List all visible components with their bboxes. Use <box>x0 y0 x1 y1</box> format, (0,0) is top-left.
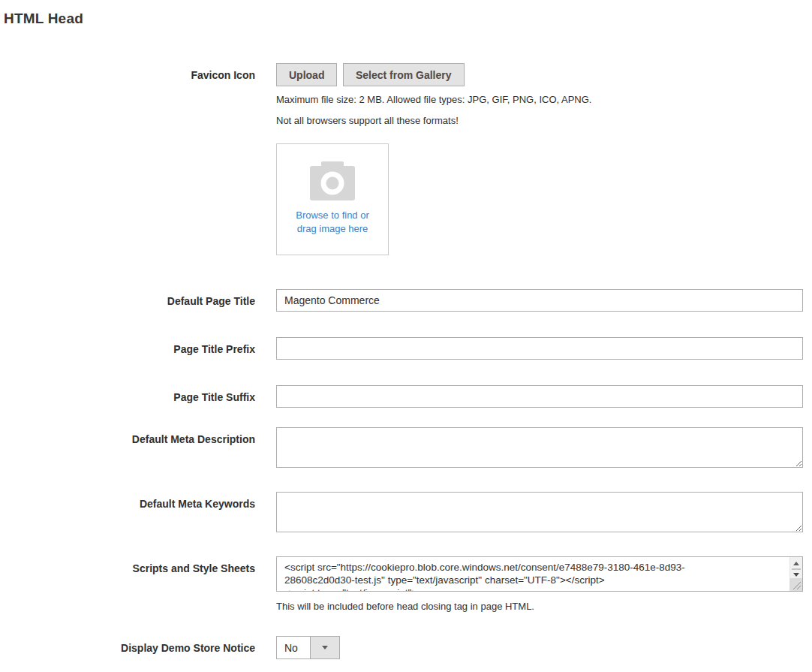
demo-store-notice-row: Display Demo Store Notice No <box>4 636 803 659</box>
html-head-form: Favicon Icon Upload Select from Gallery … <box>4 63 803 659</box>
page-title-prefix-row: Page Title Prefix <box>4 337 803 360</box>
max-file-size-note: Maximum file size: 2 MB. Allowed file ty… <box>276 94 803 105</box>
default-meta-description-row: Default Meta Description <box>4 427 803 468</box>
chevron-down-icon <box>322 646 328 649</box>
demo-store-notice-value: No <box>277 637 310 658</box>
default-meta-description-textarea[interactable] <box>276 427 803 468</box>
scripts-label: Scripts and Style Sheets <box>4 556 276 612</box>
default-page-title-row: Default Page Title <box>4 289 803 312</box>
scripts-note: This will be included before head closin… <box>276 601 803 612</box>
default-meta-description-label: Default Meta Description <box>4 427 276 468</box>
scrollbar-down-icon[interactable] <box>793 573 799 577</box>
page-title-prefix-label: Page Title Prefix <box>4 337 276 360</box>
browser-support-note: Not all browsers support all these forma… <box>276 115 803 126</box>
demo-store-notice-select[interactable]: No <box>276 636 340 659</box>
upload-button[interactable]: Upload <box>276 63 337 86</box>
scripts-textarea[interactable]: <script src="https://cookiepro.blob.core… <box>276 556 803 592</box>
page-title-suffix-label: Page Title Suffix <box>4 385 276 408</box>
browse-to-find-link[interactable]: Browse to find or drag image here <box>277 209 388 235</box>
select-arrow-box[interactable] <box>310 637 339 658</box>
camera-icon <box>310 161 355 200</box>
favicon-icon-label: Favicon Icon <box>4 63 276 255</box>
favicon-buttons: Upload Select from Gallery <box>276 63 803 86</box>
page-title-prefix-input[interactable] <box>276 337 803 360</box>
scrollbar-up-icon[interactable] <box>793 562 799 565</box>
favicon-image-dropzone[interactable]: Browse to find or drag image here <box>276 143 389 255</box>
default-meta-keywords-label: Default Meta Keywords <box>4 492 276 532</box>
select-from-gallery-button[interactable]: Select from Gallery <box>343 63 465 86</box>
scripts-row: Scripts and Style Sheets <script src="ht… <box>4 556 803 612</box>
page-title-suffix-input[interactable] <box>276 385 803 408</box>
default-meta-keywords-row: Default Meta Keywords <box>4 492 803 532</box>
scrollbar-thumb[interactable] <box>792 568 801 570</box>
page-title-suffix-row: Page Title Suffix <box>4 385 803 408</box>
scripts-scrollbar[interactable] <box>789 557 802 578</box>
favicon-icon-row: Favicon Icon Upload Select from Gallery … <box>4 63 803 255</box>
page-title: HTML Head <box>4 10 803 27</box>
html-head-settings-page: HTML Head Favicon Icon Upload Select fro… <box>0 0 812 659</box>
default-page-title-label: Default Page Title <box>4 289 276 312</box>
demo-store-notice-label: Display Demo Store Notice <box>4 636 276 659</box>
scripts-content: <script src="https://cookiepro.blob.core… <box>277 557 802 592</box>
default-page-title-input[interactable] <box>276 289 803 312</box>
default-meta-keywords-textarea[interactable] <box>276 492 803 532</box>
resize-grip-icon[interactable] <box>789 578 802 591</box>
